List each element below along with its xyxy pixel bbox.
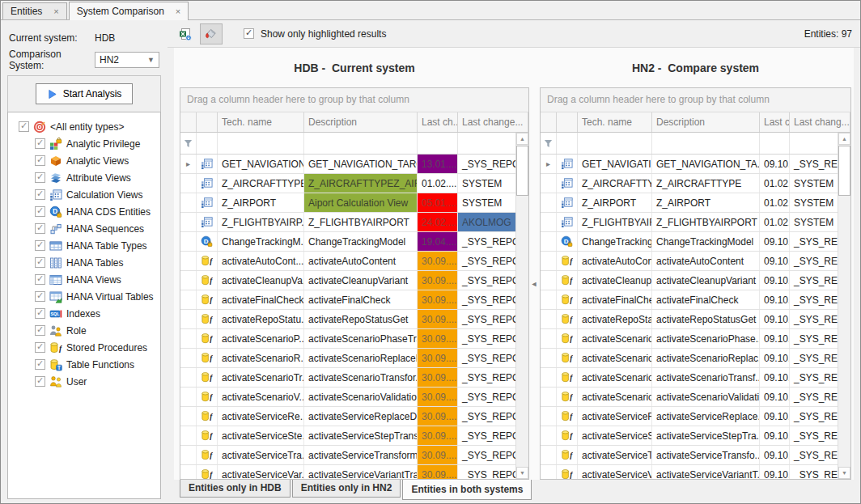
- table-row[interactable]: factivateScenario...activateScenarioVali…: [541, 388, 850, 407]
- tree-item-hana-table-types[interactable]: HANA Table Types: [8, 237, 160, 254]
- checkbox[interactable]: [35, 172, 45, 183]
- column-header-last-chang[interactable]: Last chang...: [790, 112, 850, 132]
- table-row[interactable]: factivateServiceSte...activateServiceSte…: [180, 426, 528, 446]
- comparison-system-select[interactable]: HN2 ▼: [95, 52, 159, 68]
- table-row[interactable]: Z_FLIGHTBYAIR...Z_FLIGHTBYAIRPORT01.02..…: [541, 213, 850, 232]
- checkbox[interactable]: [35, 291, 45, 302]
- column-header-last-c[interactable]: Last c...: [760, 112, 790, 132]
- checkbox[interactable]: [35, 376, 45, 387]
- table-row[interactable]: factivateScenario...activateScenarioRepl…: [541, 349, 850, 368]
- checkbox[interactable]: [35, 155, 45, 166]
- tree-item-analytic-views[interactable]: Analytic Views: [8, 152, 160, 169]
- tab-entities[interactable]: Entities×: [2, 2, 67, 19]
- tree-item-analytic-privilege[interactable]: Analytic Privilege: [8, 135, 160, 152]
- checkbox[interactable]: [35, 308, 45, 319]
- tab-entities-only-in-hdb[interactable]: Entities only in HDB: [180, 480, 291, 498]
- column-header-tech-name[interactable]: Tech. name: [218, 112, 304, 132]
- table-row[interactable]: factivateCleanup...activateCleanupVarian…: [541, 271, 850, 290]
- table-row[interactable]: Z_AIRCRAFTTYPEZ_AIRCRAFTTYPEZ_AIR...01.0…: [180, 174, 528, 193]
- table-row[interactable]: factivateAutoCont...activateAutoContent3…: [180, 252, 528, 271]
- filter-cell[interactable]: [304, 133, 418, 154]
- close-icon[interactable]: ×: [53, 6, 58, 16]
- filter-cell[interactable]: [197, 133, 218, 154]
- close-icon[interactable]: ×: [176, 6, 180, 16]
- table-row[interactable]: factivateRepoSta...activateRepoStatusGet…: [541, 310, 850, 329]
- table-row[interactable]: factivateScenario...activateScenarioPhas…: [541, 329, 850, 349]
- export-excel-button[interactable]: [174, 23, 197, 44]
- checkbox[interactable]: [35, 138, 45, 149]
- table-row[interactable]: factivateServiceS...activateServiceStepT…: [541, 426, 850, 446]
- collapse-left-icon[interactable]: ◄: [530, 273, 538, 295]
- tree-item-all-entity-types[interactable]: <All entity types>: [8, 118, 160, 135]
- table-row[interactable]: ▸GET_NAVIGATI...GET_NAVIGATION_TA...09.1…: [541, 155, 850, 174]
- tree-item-hana-sequences[interactable]: HANA Sequences: [8, 220, 160, 237]
- checkbox[interactable]: [35, 240, 45, 251]
- checkbox[interactable]: [35, 223, 45, 234]
- filter-cell[interactable]: [760, 133, 790, 154]
- checkbox[interactable]: [35, 359, 45, 370]
- tree-item-hana-cds-entities[interactable]: DHANA CDS Entities: [8, 203, 160, 220]
- highlight-button[interactable]: [200, 23, 223, 44]
- table-row[interactable]: factivateScenario...activateScenarioTran…: [541, 368, 850, 388]
- start-analysis-button[interactable]: Start Analysis: [36, 83, 134, 104]
- scrollbar-thumb[interactable]: [838, 146, 850, 196]
- tree-item-calculation-views[interactable]: Calculation Views: [8, 186, 160, 203]
- tree-item-hana-tables[interactable]: HANA Tables: [8, 254, 160, 271]
- tab-entities-in-both-systems[interactable]: Entities in both systems: [402, 480, 532, 500]
- scroll-down-icon[interactable]: ▼: [838, 467, 850, 479]
- tree-item-attribute-views[interactable]: Attribute Views: [8, 169, 160, 186]
- table-row[interactable]: factivateScenarioP...activateScenarioPha…: [180, 329, 528, 349]
- filter-cell[interactable]: [578, 133, 652, 154]
- checkbox[interactable]: [35, 325, 45, 336]
- filter-funnel-cell[interactable]: [541, 133, 557, 154]
- tree-item-indexes[interactable]: SQLIndexes: [8, 305, 160, 322]
- vertical-scrollbar[interactable]: ▲▼: [515, 133, 528, 479]
- tab-system-comparison[interactable]: System Comparison×: [69, 2, 189, 20]
- table-row[interactable]: factivateScenarioV...activateScenarioVal…: [180, 388, 528, 407]
- show-highlighted-checkbox[interactable]: [244, 28, 254, 39]
- tree-item-hana-virtual-tables[interactable]: HANA Virtual Tables: [8, 288, 160, 305]
- tree-item-hana-views[interactable]: HANA Views: [8, 271, 160, 288]
- tree-item-stored-procedures[interactable]: fStored Procedures: [8, 339, 160, 356]
- filter-funnel-cell[interactable]: [180, 133, 197, 154]
- checkbox[interactable]: [19, 121, 29, 132]
- filter-cell[interactable]: [218, 133, 304, 154]
- tree-item-table-functions[interactable]: TTable Functions: [8, 356, 160, 373]
- column-header-tech-name[interactable]: Tech. name: [578, 112, 652, 132]
- checkbox[interactable]: [35, 274, 45, 285]
- column-header-last-change[interactable]: Last change...: [458, 112, 528, 132]
- column-header-description[interactable]: Description: [652, 112, 760, 132]
- filter-cell[interactable]: [652, 133, 760, 154]
- table-row[interactable]: factivateFinalCheckactivateFinalCheck09.…: [541, 290, 850, 310]
- table-row[interactable]: factivateServiceR...activateServiceRepla…: [541, 407, 850, 426]
- table-row[interactable]: factivateServiceT...activateServiceTrans…: [541, 446, 850, 465]
- table-row[interactable]: ▸GET_NAVIGATION...GET_NAVIGATION_TARG...…: [180, 155, 528, 174]
- table-row[interactable]: Z_AIRPORTZ_AIRPORT01.02...SYSTEM: [541, 193, 850, 213]
- table-row[interactable]: Z_AIRPORTAiport Calculation View05.01...…: [180, 193, 528, 213]
- table-row[interactable]: factivateServiceRe...activateServiceRepl…: [180, 407, 528, 426]
- filter-cell[interactable]: [557, 133, 578, 154]
- checkbox[interactable]: [35, 189, 45, 200]
- table-row[interactable]: factivateScenarioTr...activateScenarioTr…: [180, 368, 528, 388]
- column-header-last-ch[interactable]: Last ch...: [418, 112, 458, 132]
- checkbox[interactable]: [35, 257, 45, 268]
- table-row[interactable]: factivateServiceTra...activateServiceTra…: [180, 446, 528, 465]
- table-row[interactable]: factivateServiceV...activateServiceVaria…: [541, 465, 850, 479]
- checkbox[interactable]: [35, 206, 45, 217]
- table-row[interactable]: factivateCleanupVa...activateCleanupVari…: [180, 271, 528, 290]
- table-row[interactable]: factivateScenarioR...activateScenarioRep…: [180, 349, 528, 368]
- scroll-up-icon[interactable]: ▲: [838, 133, 850, 145]
- table-row[interactable]: factivateFinalCheckactivateFinalCheck30.…: [180, 290, 528, 310]
- table-row[interactable]: Z_FLIGHTBYAIRP...Z_FLIGHTBYAIRPORT24.02.…: [180, 213, 528, 232]
- filter-cell[interactable]: [418, 133, 458, 154]
- tab-entities-only-in-hn2[interactable]: Entities only in HN2: [292, 480, 401, 498]
- scroll-up-icon[interactable]: ▲: [516, 133, 528, 145]
- panel-splitter[interactable]: ◄: [529, 87, 540, 480]
- checkbox[interactable]: [35, 342, 45, 353]
- column-header-description[interactable]: Description: [304, 112, 418, 132]
- tree-item-role[interactable]: Role: [8, 322, 160, 339]
- tree-item-user[interactable]: User: [8, 373, 160, 390]
- table-row[interactable]: Z_AIRCRAFTTYPEZ_AIRCRAFTTYPE01.02...SYST…: [541, 174, 850, 193]
- table-row[interactable]: factivateAutoCon...activateAutoContent09…: [541, 252, 850, 271]
- table-row[interactable]: factivateRepoStatu...activateRepoStatusG…: [180, 310, 528, 329]
